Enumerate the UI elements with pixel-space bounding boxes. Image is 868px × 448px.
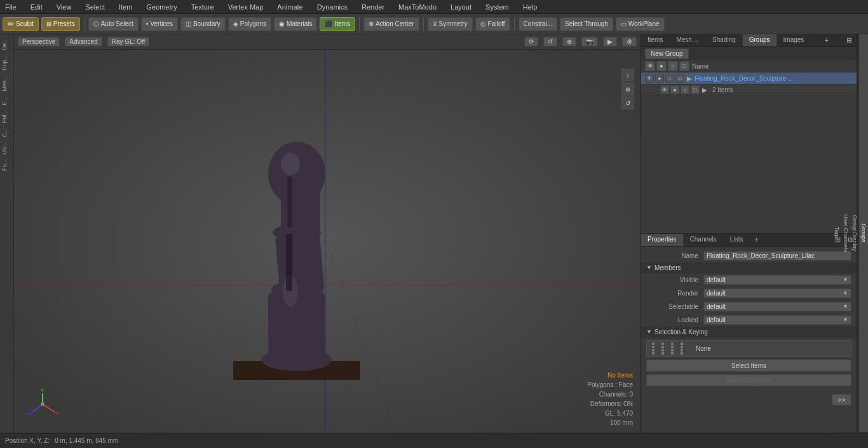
new-group-button[interactable]: New Group bbox=[645, 48, 689, 59]
boundary-button[interactable]: ◫ Boundary bbox=[180, 17, 226, 31]
sidebar-item-7[interactable]: Fu... bbox=[0, 157, 13, 173]
polygons-button[interactable]: ◈ Polygons bbox=[228, 17, 271, 31]
groups-list: 👁 ● ○ □ ▶ Floating_Rock_Decor_Sculpture … bbox=[641, 72, 857, 233]
render-icon[interactable]: ● bbox=[655, 74, 664, 83]
vp-settings-icon[interactable]: ⚙ bbox=[622, 37, 637, 46]
sep3 bbox=[423, 17, 424, 31]
axis-svg: X Z Y bbox=[27, 388, 58, 420]
add-tab-button[interactable]: + bbox=[820, 34, 832, 46]
vp-rotate-icon[interactable]: ⟳ bbox=[524, 37, 538, 46]
tab-shading[interactable]: Shading bbox=[706, 34, 743, 46]
sidebar-item-4[interactable]: Pol... bbox=[0, 107, 13, 126]
constraints-button[interactable]: Constrai... bbox=[519, 17, 558, 31]
vp-render-icon[interactable]: ▶ bbox=[603, 37, 617, 46]
sub-visibility-icon[interactable]: 👁 bbox=[660, 85, 669, 94]
menu-geometry[interactable]: Geometry bbox=[144, 2, 179, 12]
tab-properties[interactable]: Properties bbox=[641, 234, 684, 246]
name-property-row: Name bbox=[641, 249, 857, 262]
menu-select[interactable]: Select bbox=[83, 2, 107, 12]
add-prop-tab-button[interactable]: + bbox=[750, 234, 763, 246]
sidebar-item-1[interactable]: Dup... bbox=[0, 53, 13, 73]
materials-button[interactable]: ◉ Materials bbox=[274, 17, 318, 31]
selectable-value[interactable]: default ▼ bbox=[703, 302, 851, 311]
vis2-icon[interactable]: □ bbox=[675, 74, 684, 83]
sculpt-button[interactable]: ✏ Sculpt bbox=[3, 17, 39, 31]
select-through-button[interactable]: Select Through bbox=[560, 17, 613, 31]
sub-lock-icon[interactable]: ○ bbox=[681, 85, 689, 94]
perspective-button[interactable]: Perspective bbox=[18, 37, 60, 46]
vp-zoom-icon[interactable]: ⊕ bbox=[562, 37, 576, 46]
viewport-canvas[interactable]: No Items Polygons : Face Channels: 0 Def… bbox=[14, 50, 641, 433]
action-center-icon: ⊕ bbox=[369, 20, 374, 27]
vp-refresh-icon[interactable]: ↺ bbox=[543, 37, 557, 46]
vp-ctrl-orbit[interactable]: ↺ bbox=[621, 97, 634, 109]
vtab-tags[interactable]: Tags bbox=[832, 34, 841, 433]
sidebar-item-5[interactable]: C... bbox=[0, 126, 13, 140]
vp-ctrl-zoom[interactable]: ⊕ bbox=[621, 83, 634, 95]
menu-view[interactable]: View bbox=[54, 2, 74, 12]
sidebar-item-3[interactable]: E... bbox=[0, 94, 13, 108]
menu-item[interactable]: Item bbox=[116, 2, 135, 12]
lock-icon[interactable]: ○ bbox=[665, 74, 674, 83]
sub-render-icon[interactable]: ● bbox=[670, 85, 679, 94]
vtab-group-display[interactable]: Group Display bbox=[850, 34, 859, 433]
menu-animate[interactable]: Animate bbox=[275, 2, 305, 12]
members-section-header[interactable]: ▼ Members bbox=[641, 262, 857, 273]
menu-edit[interactable]: Edit bbox=[28, 2, 45, 12]
vtab-user-channels[interactable]: User Channels bbox=[841, 34, 850, 433]
menu-file[interactable]: File bbox=[3, 2, 19, 12]
sidebar-item-0[interactable]: De... bbox=[0, 36, 13, 53]
tab-mesh[interactable]: Mesh ... bbox=[670, 34, 706, 46]
group-item-floating-rock[interactable]: 👁 ● ○ □ ▶ Floating_Rock_Decor_Sculpture … bbox=[641, 72, 857, 85]
tab-images[interactable]: Images bbox=[777, 34, 811, 46]
items-button[interactable]: ⬛ Items bbox=[320, 17, 355, 31]
viewport[interactable]: Perspective Advanced Ray GL: Off ⟳ ↺ ⊕ 📷… bbox=[14, 34, 641, 433]
sidebar-item-2[interactable]: Mes... bbox=[0, 73, 13, 94]
visible-property-row: Visible default ▼ bbox=[641, 273, 857, 287]
tab-channels[interactable]: Channels bbox=[684, 234, 724, 246]
symmetry-button[interactable]: ⧖ Symmetry bbox=[428, 17, 473, 31]
vp-ctrl-move[interactable]: ↕ bbox=[621, 69, 634, 81]
name-input[interactable] bbox=[703, 251, 851, 261]
sub-vis2-icon[interactable]: □ bbox=[691, 85, 700, 94]
vp-camera-icon[interactable]: 📷 bbox=[581, 37, 598, 46]
auto-select-button[interactable]: ⬡ Auto Select bbox=[88, 17, 139, 31]
tab-groups[interactable]: Groups bbox=[743, 34, 777, 46]
visible-dropdown[interactable]: default ▼ bbox=[703, 275, 851, 285]
advanced-button[interactable]: Advanced bbox=[65, 37, 102, 46]
selectable-dropdown[interactable]: default ▼ bbox=[703, 302, 851, 311]
select-items-button[interactable]: Select Items bbox=[646, 360, 851, 372]
menu-texture[interactable]: Texture bbox=[189, 2, 217, 12]
menu-dynamics[interactable]: Dynamics bbox=[315, 2, 350, 12]
menu-help[interactable]: Help bbox=[520, 2, 540, 12]
select-channels-button[interactable]: Select Channels bbox=[646, 374, 851, 386]
visible-value[interactable]: default ▼ bbox=[703, 275, 851, 285]
sub-arrow-icon: ▶ bbox=[702, 86, 707, 93]
raygl-button[interactable]: Ray GL: Off bbox=[107, 37, 150, 46]
workplane-button[interactable]: ▭ WorkPlane bbox=[616, 17, 665, 31]
action-center-button[interactable]: ⊕ Action Center bbox=[363, 17, 419, 31]
falloff-button[interactable]: ◎ Falloff bbox=[475, 17, 510, 31]
locked-dropdown[interactable]: default ▼ bbox=[703, 315, 851, 325]
none-button[interactable]: None bbox=[646, 340, 851, 357]
render-dropdown[interactable]: default ▼ bbox=[703, 288, 851, 298]
symmetry-icon: ⧖ bbox=[433, 20, 437, 28]
vtab-groups[interactable]: Groups bbox=[859, 34, 868, 433]
tab-items[interactable]: Items bbox=[641, 34, 670, 46]
name-property-value[interactable] bbox=[703, 251, 851, 261]
group-count-label: 2 Items bbox=[710, 86, 733, 93]
locked-value[interactable]: default ▼ bbox=[703, 315, 851, 325]
vertices-button[interactable]: • Vertices bbox=[141, 17, 178, 31]
tab-lists[interactable]: Lists bbox=[724, 234, 750, 246]
sel-keying-section-header[interactable]: ▼ Selection & Keying bbox=[641, 327, 857, 337]
presets-button[interactable]: ⊞ Presets bbox=[41, 17, 80, 31]
sidebar-item-6[interactable]: UV... bbox=[0, 140, 13, 157]
menu-layout[interactable]: Layout bbox=[448, 2, 474, 12]
menu-system[interactable]: System bbox=[483, 2, 512, 12]
auto-select-icon: ⬡ bbox=[93, 20, 99, 27]
menu-render[interactable]: Render bbox=[359, 2, 387, 12]
render-value[interactable]: default ▼ bbox=[703, 288, 851, 298]
menu-vertex-map[interactable]: Vertex Map bbox=[226, 2, 266, 12]
visibility-icon[interactable]: 👁 bbox=[645, 74, 654, 83]
menu-maxtomodo[interactable]: MaxToModo bbox=[396, 2, 439, 12]
